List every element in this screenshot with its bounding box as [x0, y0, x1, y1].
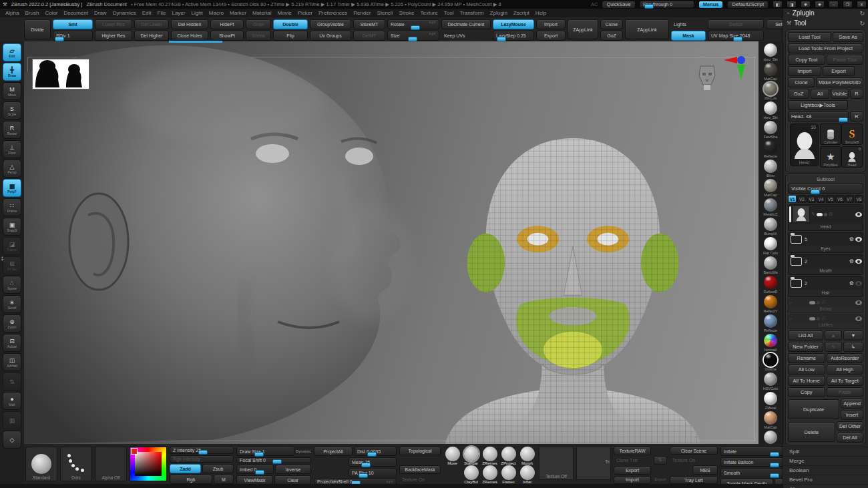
folder-gear-icon[interactable]: ⚙ — [849, 237, 854, 242]
insert-button[interactable]: Insert — [841, 410, 863, 420]
del-all-button[interactable]: Del All — [837, 433, 863, 443]
menu-item[interactable]: Picker — [298, 10, 312, 16]
clone-tool-button[interactable]: Clone — [788, 77, 815, 87]
load-tools-from-project-button[interactable]: Load Tools From Project — [788, 43, 863, 53]
uv-toggle-icon[interactable] — [824, 213, 827, 216]
clone-button[interactable]: Clone — [600, 19, 623, 29]
inverse-button[interactable]: Inverse — [275, 465, 311, 474]
folder-gear-icon[interactable]: ⚙ — [849, 259, 854, 264]
brush-palette-icon[interactable]: ❖ — [801, 1, 811, 8]
material-item[interactable]: Flat Colo — [763, 237, 778, 255]
new-folder-button[interactable]: New Folder — [788, 342, 823, 352]
insert-above-button[interactable]: ↰ — [825, 342, 842, 352]
left-shelf-button[interactable]: ◫ AAHalf — [3, 353, 21, 371]
current-color-swatch[interactable] — [131, 448, 138, 455]
left-tray-resize-handle[interactable]: ▲▼ — [1, 256, 4, 261]
polypaint-toggle-icon[interactable] — [809, 301, 815, 304]
setup-model-side-button[interactable]: Setup Model Side — [775, 479, 783, 484]
material-item[interactable]: Outline — [764, 353, 777, 371]
paste-tool-button[interactable]: Paste Tool — [827, 55, 864, 65]
tray-dist-slider[interactable]: Dist 0.0035 — [354, 447, 397, 456]
topological-button[interactable]: Topological — [399, 447, 441, 455]
smooth-slider[interactable]: Smooth — [720, 468, 783, 477]
menu-item[interactable]: Color — [45, 10, 57, 16]
folder-gear-icon[interactable]: ⚙ — [849, 281, 854, 286]
decimate-current-button[interactable]: Decimate Current — [441, 19, 491, 29]
menus-toggle-button[interactable]: Menus — [698, 1, 724, 9]
menu-item[interactable]: Document — [64, 10, 88, 16]
visibility-eye-icon[interactable] — [855, 300, 862, 305]
material-item[interactable]: zbro_Ski — [763, 43, 777, 61]
brush-shortcut[interactable]: ClayBul — [462, 465, 480, 484]
all-to-home-button[interactable]: All To Home — [788, 376, 825, 386]
higher-res-button[interactable]: Higher Res — [95, 31, 132, 41]
left-shelf-button[interactable]: S Scale — [3, 101, 21, 119]
lights-button[interactable]: Lights — [671, 19, 706, 29]
zadd-button[interactable]: Zadd — [170, 464, 201, 473]
visible-count-slider[interactable]: Visible Count 6 — [788, 184, 863, 194]
toggle-mask-depth-button[interactable]: Toggle Mask Depth — [720, 479, 773, 484]
size-slider[interactable]: Sizexyz — [387, 31, 439, 41]
subtool-title[interactable]: Subtool — [788, 176, 863, 182]
section-header[interactable]: Boolean — [783, 465, 868, 475]
del-other-button[interactable]: Del Other — [837, 421, 863, 431]
restore-button[interactable]: ❐ — [843, 1, 853, 8]
autoreorder-button[interactable]: AutoReorder — [827, 353, 864, 363]
zsub-button[interactable]: Zsub — [202, 464, 234, 473]
left-shelf-button[interactable]: ⇅ — [3, 373, 21, 391]
left-shelf-button[interactable]: ╋ Draw — [3, 63, 21, 81]
material-item[interactable]: BumpVi — [764, 218, 777, 236]
current-brush-thumbnail[interactable]: Standard — [25, 447, 57, 481]
goz-r-button[interactable]: R — [850, 89, 863, 99]
all-high-button[interactable]: All High — [827, 364, 864, 375]
grow-button[interactable]: Grow — [246, 19, 271, 29]
section-header[interactable]: Align — [783, 484, 868, 488]
left-shelf-button[interactable]: △ Persp — [3, 160, 21, 178]
export-small-button[interactable]: Export — [654, 475, 667, 485]
tool-thumb-head2[interactable]: 0 Head — [841, 146, 863, 168]
section-header[interactable]: Bevel Pro — [783, 475, 868, 484]
visibility-eye-icon[interactable] — [855, 316, 862, 321]
keep-uvs-button[interactable]: Keep UVs — [441, 31, 491, 41]
storemt-button[interactable]: StoreMT — [353, 19, 385, 29]
del-lower-button[interactable]: Del Lower — [134, 19, 169, 29]
material-item[interactable]: MatCap — [764, 63, 777, 81]
brush-shortcut[interactable]: Standar — [462, 447, 480, 465]
subtool-folder-item[interactable]: 2 ⚙ Hair — [788, 276, 863, 297]
insert-below-button[interactable]: ↳ — [843, 342, 863, 352]
clear-mask-button[interactable]: Clear — [274, 475, 311, 484]
left-shelf-button[interactable]: M Move — [3, 82, 21, 100]
brush-shortcut[interactable]: Morph — [518, 447, 536, 465]
menu-item[interactable]: File — [158, 10, 166, 16]
zplugin-refresh-icon[interactable]: ↻ — [859, 10, 865, 17]
brush-shortcut[interactable]: ZProject — [499, 447, 517, 465]
menu-item[interactable]: Zscript — [513, 10, 529, 16]
sdiv-slider[interactable]: SDiv 1 — [53, 31, 93, 41]
material-item[interactable]: Reflecte — [764, 140, 777, 158]
setup-model-wire-button[interactable]: Setup Model Wire — [766, 19, 783, 29]
export-button[interactable]: Export — [536, 31, 566, 41]
see-through-slider[interactable]: See-through 0 — [640, 1, 694, 8]
delete-button[interactable]: Delete — [788, 422, 835, 442]
uv-groups-button[interactable]: Uv Groups — [310, 31, 351, 41]
inflate-slider[interactable]: Inflate — [720, 447, 783, 456]
visibility-tab[interactable]: V6 — [835, 195, 844, 203]
goz-visible-button[interactable]: Visible — [831, 89, 849, 99]
flip-button[interactable]: Flip — [273, 31, 308, 41]
current-alpha-thumbnail[interactable]: Alpha Off — [95, 447, 127, 481]
menu-item[interactable]: Zplugin — [490, 10, 507, 16]
left-shelf-button[interactable]: ◇ — [3, 431, 21, 449]
menu-item[interactable]: Layer — [172, 10, 185, 16]
texture-slot-1[interactable]: Texture Off — [539, 447, 574, 480]
visibility-eye-icon[interactable] — [855, 237, 862, 242]
zapplink-button-2[interactable]: ZAppLink — [625, 19, 669, 39]
zapplink-button[interactable]: ZAppLink — [568, 19, 598, 39]
material-item[interactable]: BasicMa — [763, 256, 777, 274]
quicksave-button[interactable]: QuickSave — [602, 1, 635, 9]
del-hidden-button[interactable]: Del Hidden — [171, 19, 208, 29]
brush-shortcut[interactable]: ZRemes — [481, 465, 499, 484]
menu-item[interactable]: Texture — [421, 10, 438, 16]
viewmask-button[interactable]: ViewMask — [236, 475, 273, 484]
menu-item[interactable]: Macro — [209, 10, 224, 16]
visibility-eye-icon[interactable] — [855, 212, 862, 217]
